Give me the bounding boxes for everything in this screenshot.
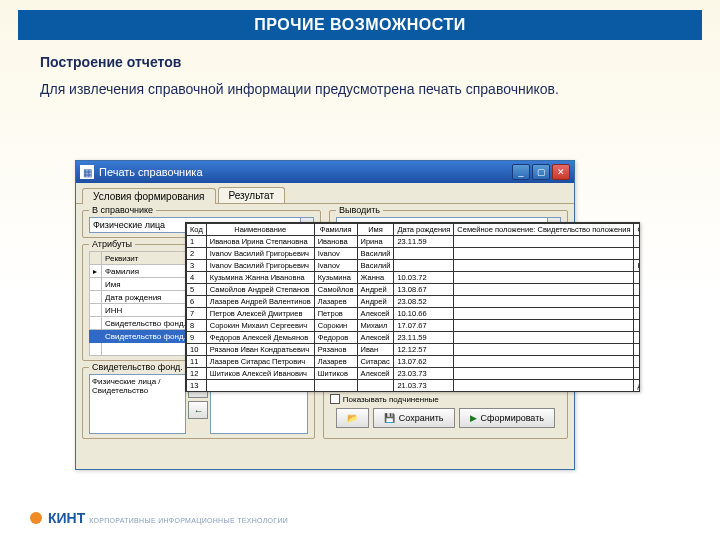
table-row: 4Кузьмина Жанна ИвановнаКузьминаЖанна10.…: [187, 272, 641, 284]
selection-list[interactable]: Физические лица / Свидетельство: [89, 374, 186, 434]
titlebar: ▦ Печать справочника _ ▢ ✕: [76, 161, 574, 183]
table-row: 11Лазарев Ситарас ПетровичЛазаревСитарас…: [187, 356, 641, 368]
chk-subordinates[interactable]: Показывать подчиненные: [330, 394, 439, 404]
open-button[interactable]: 📂: [336, 408, 369, 428]
section-title: Построение отчетов: [40, 54, 720, 70]
output-group-label: Выводить: [336, 205, 383, 215]
disk-icon: 💾: [384, 413, 395, 423]
close-button[interactable]: ✕: [552, 164, 570, 180]
table-row: 9Федоров Алексей ДемьяновФедоровАлексей2…: [187, 332, 641, 344]
table-row: 7Петров Алексей ДмитриевПетровАлексей10.…: [187, 308, 641, 320]
table-row: 3Ivanov Василий ГригорьевичIvanovВасилий…: [187, 260, 641, 272]
table-row: 10Рязанов Иван КондратьевичРязановИван12…: [187, 344, 641, 356]
report-col-status2: Семейное положение: Дети: [634, 224, 640, 236]
brand-name: КИНТ: [48, 510, 85, 526]
move-left-button[interactable]: ←: [188, 401, 208, 419]
tab-result[interactable]: Результат: [218, 187, 285, 203]
table-row: 8Сорокин Михаил СергеевичСорокинМихаил17…: [187, 320, 641, 332]
report-col-status1: Семейное положение: Свидетельство положе…: [454, 224, 634, 236]
minimize-button[interactable]: _: [512, 164, 530, 180]
maximize-button[interactable]: ▢: [532, 164, 550, 180]
brand-sub: КОРПОРАТИВНЫЕ ИНФОРМАЦИОННЫЕ ТЕХНОЛОГИИ: [89, 517, 288, 524]
table-row: 6Лазарев Андрей ВалентиновЛазаревАндрей2…: [187, 296, 641, 308]
play-icon: ▶: [470, 413, 477, 423]
report-col-name: Наименование: [206, 224, 314, 236]
report-table: Код Наименование Фамилия Имя Дата рожден…: [186, 223, 640, 392]
report-col-code: Код: [187, 224, 207, 236]
page-banner: ПРОЧИЕ ВОЗМОЖНОСТИ: [18, 10, 702, 40]
section-text: Для извлечения справочной информации пре…: [40, 80, 680, 98]
report-col-surname: Фамилия: [314, 224, 357, 236]
table-row: 12Шитиков Алексей ИвановичШитиковАлексей…: [187, 368, 641, 380]
table-row: 1Иванова Ирина СтепановнаИвановаИрина23.…: [187, 236, 641, 248]
run-button[interactable]: ▶Сформировать: [459, 408, 555, 428]
table-row: 1321.03.73дата: [187, 380, 641, 392]
folder-icon: 📂: [347, 413, 358, 423]
footer-logo: КИНТ КОРПОРАТИВНЫЕ ИНФОРМАЦИОННЫЕ ТЕХНОЛ…: [30, 510, 288, 526]
report-col-firstname: Имя: [357, 224, 394, 236]
attributes-group-label: Атрибуты: [89, 239, 135, 249]
table-row: 5Самойлов Андрей СтепановСамойловАндрей1…: [187, 284, 641, 296]
table-row: 2Ivanov Василий ГригорьевичIvanovВасилий: [187, 248, 641, 260]
logo-icon: [30, 512, 42, 524]
source-group-label: В справочнике: [89, 205, 156, 215]
tabs: Условия формирования Результат: [76, 183, 574, 204]
app-icon: ▦: [80, 165, 94, 179]
save-button[interactable]: 💾Сохранить: [373, 408, 455, 428]
report-col-birthdate: Дата рождения: [394, 224, 454, 236]
window-title: Печать справочника: [99, 166, 203, 178]
tab-conditions[interactable]: Условия формирования: [82, 188, 216, 204]
list-item[interactable]: Физические лица / Свидетельство: [92, 377, 183, 395]
report-preview: Код Наименование Фамилия Имя Дата рожден…: [185, 222, 640, 392]
